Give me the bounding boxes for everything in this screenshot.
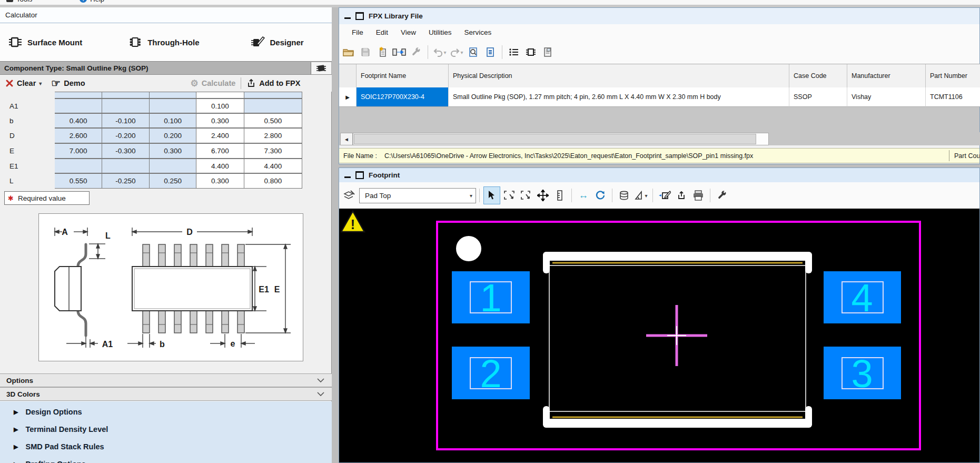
multi-select-tool-button[interactable] <box>501 187 517 204</box>
value-cell[interactable]: 6.700 <box>196 143 244 159</box>
value-cell[interactable]: 7.000 <box>55 143 102 159</box>
value-cell[interactable]: 0.400 <box>55 113 102 128</box>
pad-4[interactable]: 4 <box>824 271 901 323</box>
tree-item-drafting-options[interactable]: ▶ Drafting Options <box>0 456 332 463</box>
value-cell[interactable]: 0.500 <box>244 113 302 128</box>
library-grid-row[interactable]: ▶ SOIC127P700X230-4 Small Outline Pkg (S… <box>339 87 980 107</box>
export-button[interactable] <box>674 187 689 204</box>
value-cell[interactable]: 4.400 <box>196 159 244 173</box>
tree-item-smd-pad-stack[interactable]: ▶ SMD Pad Stack Rules <box>0 439 332 455</box>
tab-through-hole[interactable]: Through-Hole <box>128 36 199 48</box>
value-cell[interactable]: 0.250 <box>150 173 196 189</box>
column-header[interactable]: Case Code <box>789 64 847 88</box>
list-view-button[interactable] <box>507 44 521 60</box>
expand-arrow-icon[interactable]: ▶ <box>14 444 18 450</box>
add-to-fpx-button[interactable]: Add to FPX <box>246 78 300 88</box>
expand-arrow-icon[interactable]: ▶ <box>14 426 18 433</box>
value-cell[interactable] <box>102 159 150 173</box>
open-file-button[interactable] <box>341 44 356 60</box>
maximize-icon[interactable] <box>355 171 364 179</box>
component-view-button[interactable] <box>523 44 538 60</box>
case-code-cell[interactable]: SSOP <box>789 87 847 107</box>
area-select-tool-button[interactable] <box>518 187 534 204</box>
column-header[interactable]: Footprint Name <box>357 64 449 88</box>
move-tool-button[interactable] <box>535 187 551 204</box>
value-cell[interactable]: -0.100 <box>102 113 150 128</box>
select-tool-button[interactable] <box>483 186 500 204</box>
tools-wrench-button[interactable] <box>409 44 423 60</box>
tab-surface-mount[interactable]: Surface Mount <box>8 36 82 48</box>
row-selector-cell[interactable]: ▶ <box>339 87 357 107</box>
document-button[interactable] <box>483 44 498 60</box>
value-cell[interactable]: 0.300 <box>196 173 244 189</box>
part-number-cell[interactable]: TCMT1106 <box>926 87 980 107</box>
padstack-button[interactable] <box>616 187 632 204</box>
value-cell[interactable] <box>102 98 150 113</box>
expand-arrow-icon[interactable]: ▶ <box>14 461 18 463</box>
scrollbar-thumb[interactable] <box>354 134 756 144</box>
value-cell[interactable]: 0.550 <box>55 173 102 189</box>
menu-utilities[interactable]: Utilities <box>422 28 458 36</box>
value-cell[interactable] <box>150 98 196 113</box>
value-cell[interactable] <box>150 159 196 173</box>
chevron-down-icon[interactable]: ▾ <box>645 193 647 199</box>
layer-selector[interactable]: Pad Top ▾ <box>359 188 476 203</box>
value-cell[interactable] <box>55 159 102 173</box>
settings-button[interactable] <box>714 187 730 204</box>
redo-button[interactable]: ▾ <box>449 44 464 60</box>
value-cell[interactable]: 0.300 <box>196 113 244 128</box>
value-cell[interactable]: 2.400 <box>196 128 244 143</box>
preview-button[interactable] <box>466 44 481 60</box>
demo-button[interactable]: ☞ Demo <box>51 79 85 87</box>
print-button[interactable] <box>690 187 706 204</box>
menu-edit[interactable]: Edit <box>370 28 394 36</box>
column-header[interactable]: Manufacturer <box>847 64 926 88</box>
tab-designer[interactable]: Designer <box>251 36 304 48</box>
value-cell[interactable]: 0.100 <box>196 98 244 113</box>
tree-item-terminal-density[interactable]: ▶ Terminal Density Level <box>0 421 332 437</box>
value-cell[interactable]: 0.200 <box>150 128 196 143</box>
flip-horizontal-button[interactable]: ↔ <box>576 187 591 204</box>
horizontal-scrollbar[interactable]: ◄ <box>339 132 980 145</box>
value-cell[interactable]: -0.250 <box>102 173 150 189</box>
chevron-down-icon[interactable]: ▾ <box>39 81 42 86</box>
value-cell[interactable]: -0.300 <box>102 143 150 159</box>
menu-view[interactable]: View <box>394 28 422 36</box>
menu-tools[interactable]: Tools <box>16 0 32 3</box>
footprint-name-cell[interactable]: SOIC127P700X230-4 <box>357 87 449 107</box>
column-header[interactable]: Physical Description <box>449 64 789 88</box>
column-header[interactable]: Part Number <box>926 64 980 88</box>
physical-description-cell[interactable]: Small Outline Pkg (SOP), 1.27 mm pitch; … <box>449 87 789 107</box>
menu-help[interactable]: Help <box>90 0 104 3</box>
maximize-icon[interactable] <box>355 12 364 20</box>
value-cell[interactable]: 4.400 <box>244 159 302 173</box>
fpx-window-titlebar[interactable]: FPX Library File <box>339 8 979 25</box>
section-3d-colors[interactable]: 3D Colors <box>0 387 332 401</box>
value-cell[interactable]: 0.100 <box>150 113 196 128</box>
calculate-button[interactable]: ⚙ Calculate <box>191 78 236 89</box>
chevron-down-icon[interactable]: ▾ <box>460 50 463 55</box>
pad-2[interactable]: 2 <box>452 347 530 399</box>
scrollbar-track[interactable] <box>353 133 769 145</box>
angle-tool-button[interactable]: ▾ <box>633 187 649 204</box>
value-cell[interactable] <box>244 98 302 113</box>
component-picker-button[interactable] <box>311 62 331 74</box>
footprint-window-titlebar[interactable]: Footprint <box>339 168 979 183</box>
minimize-icon[interactable] <box>344 17 351 19</box>
menu-services[interactable]: Services <box>458 28 498 36</box>
section-options[interactable]: Options <box>0 373 332 387</box>
menu-file[interactable]: File <box>345 28 370 36</box>
value-cell[interactable]: 2.800 <box>244 128 302 143</box>
expand-arrow-icon[interactable]: ▶ <box>14 409 18 416</box>
value-cell[interactable] <box>55 98 102 113</box>
clear-button[interactable]: Clear ▾ <box>5 79 42 87</box>
measure-tool-button[interactable] <box>552 187 568 204</box>
manufacturer-cell[interactable]: Vishay <box>847 87 926 107</box>
pad-3[interactable]: 3 <box>824 347 901 399</box>
value-cell[interactable]: 2.600 <box>55 128 102 143</box>
undo-button[interactable]: ▾ <box>432 44 447 60</box>
pad-1[interactable]: 1 <box>452 271 530 323</box>
edit-component-button[interactable] <box>657 187 672 204</box>
report-button[interactable] <box>540 44 555 60</box>
footprint-canvas[interactable]: ! 1 2 3 <box>339 209 979 462</box>
